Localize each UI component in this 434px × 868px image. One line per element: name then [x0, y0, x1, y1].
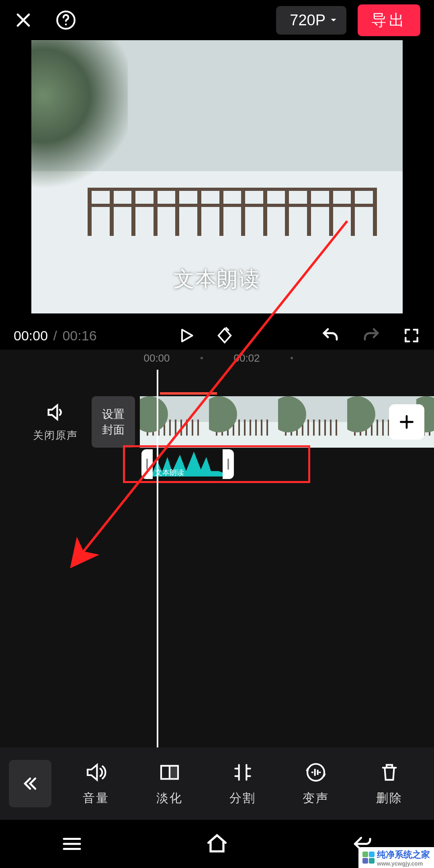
- delete-icon: [378, 761, 401, 784]
- ruler-dot: [201, 357, 203, 359]
- clip-handle-right[interactable]: [223, 449, 234, 479]
- resolution-button[interactable]: 720P: [276, 6, 346, 35]
- video-frame[interactable]: [209, 396, 278, 448]
- app-header: 720P 导出: [0, 0, 434, 40]
- fade-icon: [158, 761, 181, 784]
- tool-label: 变声: [303, 790, 329, 807]
- preview-text-overlay[interactable]: 文本朗读: [31, 265, 403, 293]
- video-frame[interactable]: [140, 396, 209, 448]
- chevron-double-left-icon: [21, 775, 39, 792]
- tool-label: 淡化: [156, 790, 183, 807]
- tool-label: 音量: [83, 790, 109, 807]
- keyframe-icon[interactable]: [215, 326, 234, 345]
- video-frame[interactable]: [278, 396, 347, 448]
- tool-fade[interactable]: 淡化: [141, 761, 198, 807]
- preview-fence: [88, 188, 377, 236]
- watermark-name: 纯净系统之家: [377, 850, 430, 860]
- tool-label: 删除: [376, 790, 403, 807]
- tool-volume[interactable]: 音量: [68, 761, 124, 807]
- voice-change-icon: [305, 761, 327, 784]
- cover-label-2: 封面: [102, 422, 125, 438]
- svg-point-6: [307, 764, 324, 781]
- duration: 00:16: [62, 328, 96, 343]
- export-label: 导出: [371, 12, 407, 29]
- audio-clip-label: 文本朗读: [155, 468, 184, 477]
- export-button[interactable]: 导出: [358, 4, 420, 36]
- chevron-down-icon: [330, 16, 338, 24]
- clip-handle-left[interactable]: [141, 449, 153, 479]
- help-icon[interactable]: [55, 10, 76, 31]
- split-icon: [231, 761, 254, 784]
- plus-icon: [398, 413, 416, 431]
- ruler-tick: 00:02: [233, 352, 260, 364]
- fullscreen-icon[interactable]: [403, 327, 420, 344]
- volume-icon: [85, 761, 107, 784]
- redo-icon[interactable]: [362, 326, 381, 345]
- tool-delete[interactable]: 删除: [361, 761, 418, 807]
- ruler-tick: 00:00: [143, 352, 170, 364]
- time-display: 00:00 / 00:16: [14, 328, 97, 344]
- time-separator: /: [53, 328, 57, 343]
- ruler-dot: [291, 357, 293, 359]
- set-cover-button[interactable]: 设置 封面: [92, 396, 135, 448]
- timeline-ruler: 00:00 00:02: [0, 352, 434, 368]
- tool-voice-change[interactable]: 变声: [288, 761, 344, 807]
- watermark-logo-icon: [362, 852, 375, 864]
- nav-menu-icon[interactable]: [60, 832, 84, 856]
- current-time: 00:00: [14, 328, 48, 343]
- playback-bar: 00:00 / 00:16: [0, 321, 434, 350]
- close-icon[interactable]: [14, 10, 33, 30]
- nav-home-icon[interactable]: [204, 831, 230, 857]
- playhead[interactable]: [157, 370, 158, 755]
- toolbar-back-button[interactable]: [9, 760, 51, 807]
- undo-icon[interactable]: [321, 326, 340, 345]
- bottom-toolbar: 音量 淡化 分割 变声 删除: [0, 747, 434, 820]
- mute-label: 关闭原声: [27, 428, 84, 442]
- resolution-label: 720P: [290, 12, 326, 29]
- cover-label-1: 设置: [102, 406, 125, 422]
- svg-rect-5: [170, 766, 178, 779]
- timeline[interactable]: 00:00 00:02 关闭原声 设置 封面 文本朗读: [0, 350, 434, 764]
- audio-clip[interactable]: 文本朗读: [141, 449, 234, 479]
- clip-marker: [160, 392, 217, 395]
- speaker-icon: [45, 402, 66, 423]
- tool-split[interactable]: 分割: [215, 761, 271, 807]
- add-clip-button[interactable]: [389, 404, 424, 440]
- tool-label: 分割: [229, 790, 256, 807]
- play-icon[interactable]: [178, 327, 195, 344]
- mute-original-button[interactable]: 关闭原声: [27, 402, 84, 442]
- svg-point-1: [65, 23, 67, 25]
- video-preview[interactable]: 文本朗读: [31, 40, 403, 313]
- watermark-url: www.ycwgjy.com: [377, 861, 430, 866]
- audio-waveform[interactable]: 文本朗读: [153, 449, 223, 479]
- watermark: 纯净系统之家 www.ycwgjy.com: [358, 847, 434, 868]
